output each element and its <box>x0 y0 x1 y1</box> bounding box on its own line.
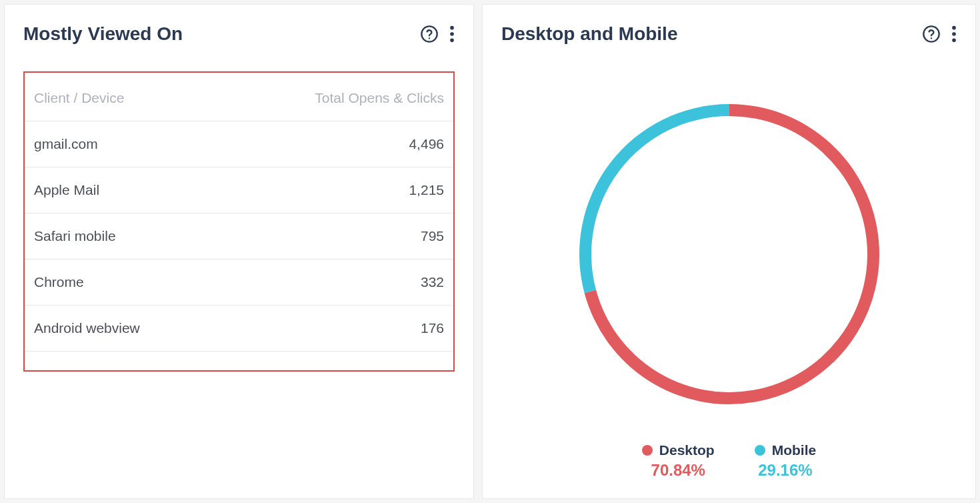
svg-point-9 <box>952 39 956 43</box>
donut-chart <box>569 94 889 414</box>
legend-dot-desktop <box>642 445 653 456</box>
chart-legend: Desktop 70.84% Mobile 29.16% <box>501 442 957 480</box>
table-row: Android webview 176 <box>25 306 453 352</box>
legend-desktop-label: Desktop <box>659 442 715 458</box>
cell-value: 1,215 <box>221 167 453 213</box>
legend-mobile-pct: 29.16% <box>758 461 812 480</box>
svg-point-2 <box>450 26 454 30</box>
table-row: Safari mobile 795 <box>25 213 453 260</box>
cell-client: gmail.com <box>25 121 221 167</box>
legend-desktop: Desktop 70.84% <box>642 442 715 480</box>
client-device-table: Client / Device Total Opens & Clicks gma… <box>25 73 453 370</box>
help-icon[interactable] <box>922 25 941 43</box>
cell-client: Chrome <box>25 260 221 306</box>
cell-client: Apple Mail <box>25 167 221 213</box>
svg-point-8 <box>952 32 956 36</box>
panel-title: Mostly Viewed On <box>23 23 183 45</box>
svg-point-1 <box>429 37 430 39</box>
legend-mobile-top: Mobile <box>755 442 817 458</box>
cell-value: 4,496 <box>221 121 453 167</box>
more-icon[interactable] <box>449 25 455 43</box>
cell-value: 332 <box>221 260 453 306</box>
legend-mobile-label: Mobile <box>772 442 817 458</box>
client-device-table-highlight: Client / Device Total Opens & Clicks gma… <box>23 71 455 372</box>
table-row-spacer <box>25 352 453 371</box>
svg-point-0 <box>421 26 437 41</box>
legend-desktop-top: Desktop <box>642 442 715 458</box>
donut-chart-area <box>501 71 957 437</box>
help-icon[interactable] <box>420 25 439 43</box>
svg-point-7 <box>952 26 956 30</box>
desktop-mobile-panel: Desktop and Mobile Des <box>482 4 976 499</box>
panel-title: Desktop and Mobile <box>501 23 677 45</box>
svg-point-5 <box>923 26 939 41</box>
legend-desktop-pct: 70.84% <box>651 461 705 480</box>
svg-point-3 <box>450 32 454 36</box>
svg-point-6 <box>931 37 932 39</box>
table-row: Chrome 332 <box>25 260 453 306</box>
panel-actions <box>420 25 455 43</box>
legend-mobile: Mobile 29.16% <box>755 442 817 480</box>
table-header-row: Client / Device Total Opens & Clicks <box>25 73 453 121</box>
legend-dot-mobile <box>755 445 765 456</box>
table-row: Apple Mail 1,215 <box>25 167 453 213</box>
panel-actions <box>922 25 957 43</box>
cell-client: Android webview <box>25 306 221 352</box>
cell-value: 795 <box>221 213 453 260</box>
mostly-viewed-panel: Mostly Viewed On Client / Device T <box>4 4 474 499</box>
panel-header: Mostly Viewed On <box>23 23 455 45</box>
table-row: gmail.com 4,496 <box>25 121 453 167</box>
col-client: Client / Device <box>25 73 221 121</box>
cell-client: Safari mobile <box>25 213 221 260</box>
svg-point-4 <box>450 39 454 43</box>
more-icon[interactable] <box>951 25 957 43</box>
panel-header: Desktop and Mobile <box>501 23 957 45</box>
cell-value: 176 <box>221 306 453 352</box>
col-opens: Total Opens & Clicks <box>221 73 453 121</box>
